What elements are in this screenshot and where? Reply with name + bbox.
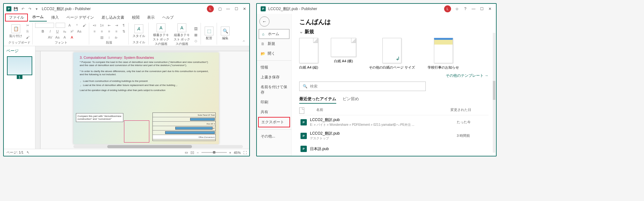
text-effects-icon[interactable]: Aa	[77, 29, 82, 34]
save-icon[interactable]: 💾	[13, 6, 18, 11]
tab-insert[interactable]: 挿入	[48, 14, 62, 21]
cut-icon[interactable]: ✂	[25, 23, 30, 28]
tab-file[interactable]: ファイル	[5, 14, 28, 21]
shrink-font-icon[interactable]: ᴬ	[74, 23, 80, 28]
nav-save[interactable]: 上書き保存	[257, 72, 291, 82]
increase-indent-icon[interactable]: ⇥	[114, 23, 119, 28]
nav-info[interactable]: 情報	[257, 63, 291, 72]
user-avatar[interactable]: L	[207, 5, 214, 12]
back-button[interactable]: ←	[259, 16, 269, 27]
draw-text-h-button[interactable]: A 横書きテキスト ボックスの描画	[151, 23, 171, 47]
more-templates-link[interactable]: その他のテンプレート	[299, 73, 488, 78]
justify-icon[interactable]: ≡	[114, 29, 119, 34]
minimize-icon[interactable]: —	[226, 7, 230, 11]
tab-recent[interactable]: 最近使ったアイテム	[299, 96, 336, 104]
tab-home[interactable]: ホーム	[29, 13, 47, 21]
template-school[interactable]: 学校行事のお知らせ	[428, 38, 459, 70]
change-case-icon[interactable]: Aa	[55, 35, 60, 40]
align-left-icon[interactable]: ≡	[92, 29, 97, 34]
feedback-icon[interactable]: ☺	[455, 7, 459, 11]
view-spread-icon[interactable]: ▯▯	[190, 150, 194, 155]
text-direction-icon[interactable]: ↕	[106, 35, 112, 40]
underline-icon[interactable]: U	[55, 29, 60, 34]
decrease-indent-icon[interactable]: ⇤	[106, 23, 112, 28]
page-indicator[interactable]: ページ: 1/1	[6, 150, 23, 155]
canvas-area[interactable]: 3. Computational Summary: System Boundar…	[35, 46, 249, 149]
pilcrow-icon[interactable]: ¶	[121, 23, 127, 28]
close-icon[interactable]: ✕	[488, 7, 492, 11]
user-avatar[interactable]: L	[444, 5, 451, 12]
font-name-combo[interactable]	[35, 23, 54, 28]
bold-icon[interactable]: B	[40, 29, 46, 34]
paste-button[interactable]: 📋 貼り付け	[8, 24, 23, 39]
line-spacing-icon[interactable]: ⇅	[121, 29, 127, 34]
char-spacing-icon[interactable]: AV	[47, 35, 53, 40]
picture-icon[interactable]: 🖼	[193, 26, 199, 31]
font-size-combo[interactable]	[56, 23, 65, 28]
maximize-icon[interactable]: ☐	[234, 7, 238, 11]
fit-page-icon[interactable]: ⛶	[243, 151, 247, 155]
tab-mail-merge[interactable]: 差し込み文書	[98, 14, 127, 21]
subscript-icon[interactable]: x₂	[62, 29, 68, 34]
col-date[interactable]: 変更された日	[450, 107, 488, 114]
font-color-icon[interactable]: A	[69, 35, 75, 40]
draw-text-v-button[interactable]: A 縦書きテキスト ボックスの描画	[172, 23, 192, 47]
page-thumbnail[interactable]	[7, 56, 32, 75]
vertical-scrollbar[interactable]	[493, 33, 495, 153]
close-icon[interactable]: ✕	[242, 7, 247, 11]
document-page[interactable]: 3. Computational Summary: System Boundar…	[73, 52, 219, 144]
nav-home[interactable]: ⌂ホーム	[259, 29, 289, 39]
redo-icon[interactable]: ↷	[27, 6, 32, 11]
highlight-icon[interactable]: A	[62, 35, 68, 40]
section-new[interactable]: 新規	[299, 29, 488, 35]
horizontal-scrollbar[interactable]	[73, 145, 243, 148]
search-input[interactable]: 🔍 検索	[299, 82, 426, 91]
table-icon[interactable]: ▦	[193, 32, 199, 37]
nav-open[interactable]: 📂開く	[257, 49, 291, 58]
edit-button[interactable]: 🔍 編集	[220, 26, 231, 41]
tab-help[interactable]: ヘルプ	[159, 14, 177, 21]
nav-other[interactable]: その他...	[257, 131, 291, 141]
format-painter-icon[interactable]: 🖌	[25, 35, 30, 40]
copy-icon[interactable]: ⎘	[25, 29, 30, 34]
file-row[interactable]: P LCCO2_翻訳.pub E: » バイト » Wondershare » …	[299, 115, 488, 129]
numbering-icon[interactable]: 1≡	[99, 23, 105, 28]
file-row[interactable]: P 日本語.pub	[299, 143, 488, 155]
nav-share[interactable]: 共有	[257, 107, 291, 117]
shapes-icon[interactable]: ◇	[193, 38, 199, 43]
ribbon-options-icon[interactable]: ▢	[218, 7, 222, 11]
tab-page-design[interactable]: ページ デザイン	[63, 14, 97, 21]
tab-view[interactable]: 表示	[144, 14, 158, 21]
template-a4-landscape[interactable]: 白紙 A4 (横)	[331, 38, 356, 70]
zoom-out-icon[interactable]: −	[197, 151, 199, 155]
selection-box[interactable]	[124, 120, 149, 143]
arrange-button[interactable]: ⬚ 配置	[203, 26, 215, 41]
align-right-icon[interactable]: ≡	[106, 29, 112, 34]
view-single-icon[interactable]: ▭	[185, 150, 188, 155]
collapse-ribbon-icon[interactable]: ㅅ	[241, 38, 247, 45]
col-name[interactable]: 名前	[307, 107, 450, 114]
columns-icon[interactable]: ▥	[99, 35, 105, 40]
minimize-icon[interactable]: —	[471, 7, 476, 11]
tab-review[interactable]: 校閲	[129, 14, 143, 21]
template-other-sizes[interactable]: ↲ その他の白紙のページ サイズ	[369, 38, 415, 70]
styles-button[interactable]: A スタイル	[131, 24, 146, 39]
tab-pinned[interactable]: ピン留め	[343, 96, 359, 104]
file-row[interactable]: P LCCO2_翻訳.pub デスクトップ 3 時間前	[299, 129, 488, 143]
nav-print[interactable]: 印刷	[257, 97, 291, 107]
align-center-icon[interactable]: ≡	[99, 29, 105, 34]
italic-icon[interactable]: I	[47, 29, 53, 34]
hyphenation-icon[interactable]: a-	[114, 35, 119, 40]
maximize-icon[interactable]: ☐	[480, 7, 484, 11]
qat-dropdown-icon[interactable]: ▾	[34, 6, 39, 11]
format-painter-small-icon[interactable]: 🖌	[81, 23, 87, 28]
scrollbar-thumb[interactable]	[107, 145, 192, 148]
zoom-slider[interactable]	[201, 152, 227, 153]
template-a4-portrait[interactable]: 白紙 A4 (縦)	[299, 38, 318, 70]
zoom-in-icon[interactable]: +	[229, 151, 231, 155]
zoom-value[interactable]: 45%	[234, 151, 241, 155]
grow-font-icon[interactable]: A	[67, 23, 72, 28]
undo-icon[interactable]: ↶	[20, 6, 25, 11]
bullets-icon[interactable]: •≡	[92, 23, 97, 28]
superscript-icon[interactable]: x²	[69, 29, 75, 34]
